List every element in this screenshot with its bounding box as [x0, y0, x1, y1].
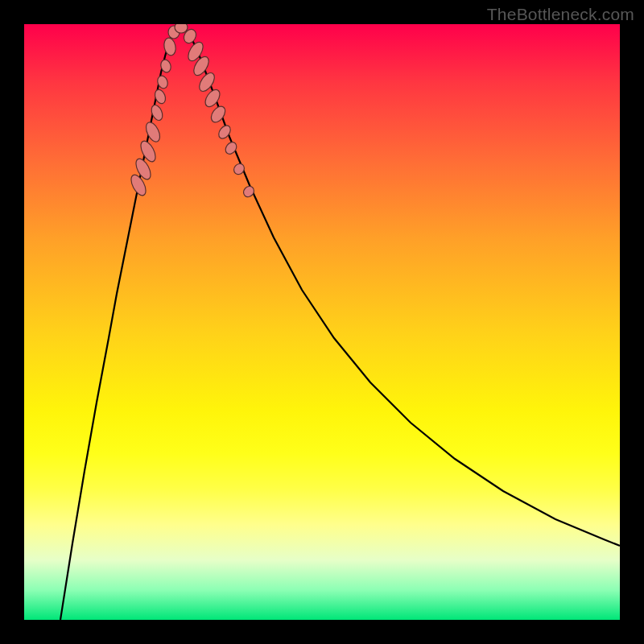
data-markers [128, 24, 256, 199]
data-marker [163, 37, 177, 56]
data-marker [143, 120, 163, 144]
bottleneck-curve [60, 27, 620, 620]
data-marker [208, 104, 228, 125]
data-marker [175, 24, 188, 33]
data-marker [242, 184, 256, 199]
bottleneck-chart [24, 24, 620, 620]
watermark-text: TheBottleneck.com [487, 5, 634, 24]
